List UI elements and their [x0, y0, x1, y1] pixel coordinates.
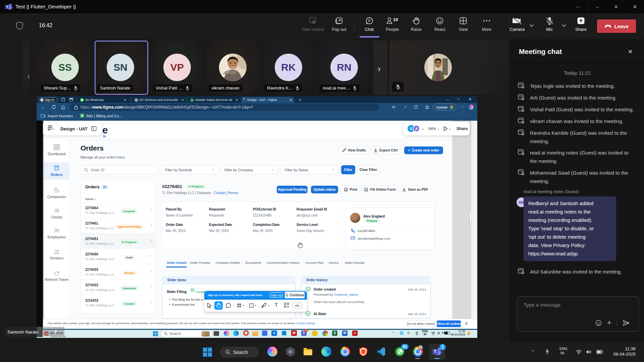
svg-text:T: T: [6, 5, 8, 9]
svg-text:10: 10: [393, 17, 398, 22]
svg-text:T: T: [434, 349, 437, 354]
svg-text:X: X: [191, 99, 193, 102]
